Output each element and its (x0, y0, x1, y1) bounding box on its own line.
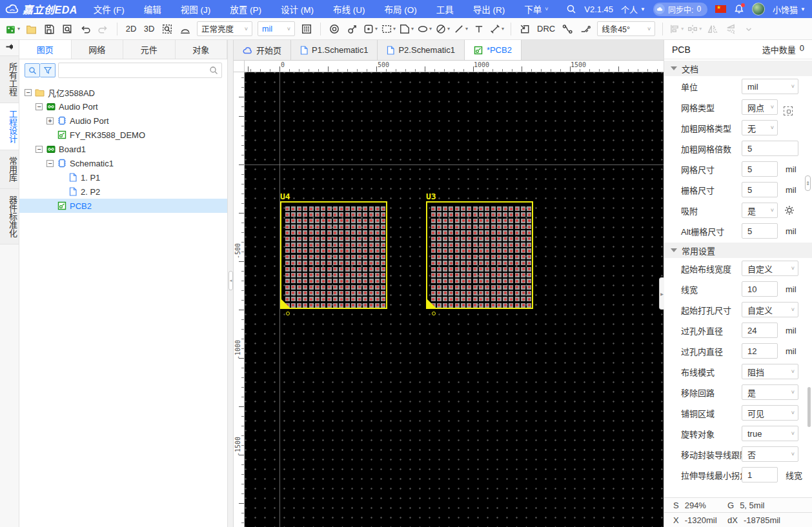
property-select-0-6[interactable]: 是˅ (742, 203, 778, 218)
import-changes-button[interactable] (516, 21, 533, 37)
grid-settings-button[interactable] (298, 21, 315, 37)
section-header-1[interactable]: 常用设置 (664, 243, 812, 258)
panel-tab-0[interactable]: 图页 (19, 40, 72, 59)
doc-tab-0[interactable]: 开始页 (234, 40, 291, 60)
line-mode-select[interactable]: 线条45°˅ (597, 21, 655, 36)
collapse-toggle[interactable]: − (46, 160, 54, 167)
menu-item-8[interactable]: 导出 (R) (463, 0, 515, 18)
flip-board-button[interactable] (177, 21, 194, 37)
sync-status-pill[interactable]: 同步中:0 (653, 3, 707, 16)
property-input-0-3[interactable]: 5 (742, 141, 798, 156)
account-menu[interactable]: 个人▼ (621, 3, 645, 15)
collapse-toggle[interactable]: − (36, 103, 43, 110)
app-logo[interactable]: 嘉立创EDA (0, 1, 84, 17)
route-angle-button[interactable] (577, 21, 594, 37)
user-menu[interactable]: 小馋猫▼ (773, 3, 806, 15)
menu-item-3[interactable]: 放置 (P) (220, 0, 271, 18)
menu-item-6[interactable]: 布局 (O) (375, 0, 427, 18)
collapse-toggle[interactable]: − (25, 89, 32, 96)
new-pcb-button[interactable]: ▾ (5, 21, 21, 37)
property-input-0-7[interactable]: 5 (742, 223, 778, 239)
panel-divider[interactable]: ◂ (227, 40, 234, 527)
property-select-1-0[interactable]: 自定义˅ (742, 261, 798, 276)
doc-tab-2[interactable]: P2.Schematic1 (378, 40, 464, 60)
tree-row-schematic1[interactable]: −Schematic1 (19, 156, 227, 170)
gear-icon[interactable] (784, 205, 795, 215)
menu-item-1[interactable]: 编辑 (134, 0, 171, 18)
property-input-1-1[interactable]: 10 (742, 281, 778, 297)
rail-tab-1[interactable]: 工程设计 (0, 103, 19, 150)
menu-item-0[interactable]: 文件 (F) (84, 0, 134, 18)
board-outline-button[interactable]: ▾ (398, 21, 415, 37)
save-as-button[interactable] (59, 21, 76, 37)
rail-tab-0[interactable]: 所有工程 (0, 55, 19, 103)
flag-icon[interactable]: ★ (715, 5, 726, 13)
filter-button[interactable] (40, 63, 56, 77)
line-button[interactable]: ▾ (452, 21, 469, 37)
search-mode-button[interactable] (25, 63, 40, 77)
search-icon[interactable] (566, 4, 576, 14)
tree-row-audio-port[interactable]: +Audio Port (19, 114, 227, 128)
menu-item-9[interactable]: 下单˅ (514, 0, 558, 18)
pin-icon[interactable] (0, 40, 19, 55)
pcb-canvas[interactable]: U4U3 (245, 72, 664, 527)
component-u3[interactable]: U3 (426, 201, 533, 309)
panel-tab-1[interactable]: 网络 (72, 40, 124, 59)
grid-region-icon[interactable] (784, 106, 793, 115)
tree-row-2-p2[interactable]: 2. P2 (19, 184, 227, 199)
no-copper-button[interactable]: ▾ (434, 21, 451, 37)
property-input-0-4[interactable]: 5 (742, 161, 778, 177)
keepout-button[interactable]: ▾ (380, 21, 397, 37)
view-2d-button[interactable]: 2D (123, 21, 139, 37)
bell-icon[interactable] (734, 4, 744, 14)
save-button[interactable] (41, 21, 57, 37)
component-u4[interactable]: U4 (280, 201, 387, 309)
panel-tab-3[interactable]: 对象 (176, 40, 228, 59)
property-select-0-2[interactable]: 无˅ (742, 120, 778, 135)
drc-button[interactable]: DRC (534, 21, 558, 37)
testpoint-button[interactable] (344, 21, 361, 37)
tree-row-audio-port[interactable]: −Audio Port (19, 99, 227, 114)
menu-item-2[interactable]: 视图 (J) (171, 0, 221, 18)
section-header-0[interactable]: 文档 (664, 61, 812, 76)
left-panel-collapse-handle[interactable]: ◂ (228, 271, 233, 290)
collapse-toggle[interactable]: − (36, 146, 43, 153)
doc-tab-1[interactable]: P1.Schematic1 (291, 40, 378, 60)
doc-tab-3[interactable]: *PCB2 (465, 40, 522, 60)
text-button[interactable] (471, 21, 487, 37)
property-select-1-9[interactable]: 否˅ (742, 446, 798, 462)
tree-row-1-p1[interactable]: 1. P1 (19, 170, 227, 184)
measure-button[interactable]: ▾ (489, 21, 505, 37)
zoom-selection-button[interactable] (159, 21, 176, 37)
property-select-0-0[interactable]: mil˅ (742, 79, 798, 94)
property-input-0-5[interactable]: 5 (742, 182, 778, 197)
menu-item-7[interactable]: 工具 (427, 0, 463, 18)
via-button[interactable] (326, 21, 343, 37)
property-select-1-8[interactable]: true˅ (742, 426, 798, 441)
property-select-1-5[interactable]: 阻挡˅ (742, 364, 798, 379)
property-input-1-3[interactable]: 24 (742, 323, 778, 338)
open-folder-button[interactable] (23, 21, 39, 37)
property-input-1-10[interactable]: 1 (742, 467, 778, 482)
panel-tab-2[interactable]: 元件 (123, 40, 176, 59)
oval-button[interactable]: ▾ (416, 21, 433, 37)
property-input-1-4[interactable]: 12 (742, 343, 778, 359)
view-3d-button[interactable]: 3D (141, 21, 157, 37)
avatar[interactable] (752, 3, 765, 15)
rail-tab-2[interactable]: 常用库 (0, 150, 19, 189)
tree-row-pcb2[interactable]: PCB2 (19, 199, 227, 213)
panel-scrollbar-thumb[interactable] (807, 387, 811, 427)
expand-toggle[interactable]: + (46, 117, 54, 124)
property-select-1-7[interactable]: 可见˅ (742, 405, 798, 421)
tree-row-board1[interactable]: −Board1 (19, 142, 227, 156)
search-input[interactable] (58, 63, 222, 78)
property-select-1-2[interactable]: 自定义˅ (742, 302, 798, 317)
menu-item-4[interactable]: 设计 (M) (271, 0, 323, 18)
tree-row-fy-rk3588-demo[interactable]: FY_RK3588_DEMO (19, 128, 227, 142)
route-button[interactable] (559, 21, 576, 37)
menu-item-5[interactable]: 布线 (U) (323, 0, 375, 18)
property-select-1-6[interactable]: 是˅ (742, 384, 798, 400)
unit-select[interactable]: mil˅ (258, 21, 295, 36)
brightness-select[interactable]: 正常亮度˅ (197, 21, 252, 36)
undo-button[interactable] (77, 21, 94, 37)
